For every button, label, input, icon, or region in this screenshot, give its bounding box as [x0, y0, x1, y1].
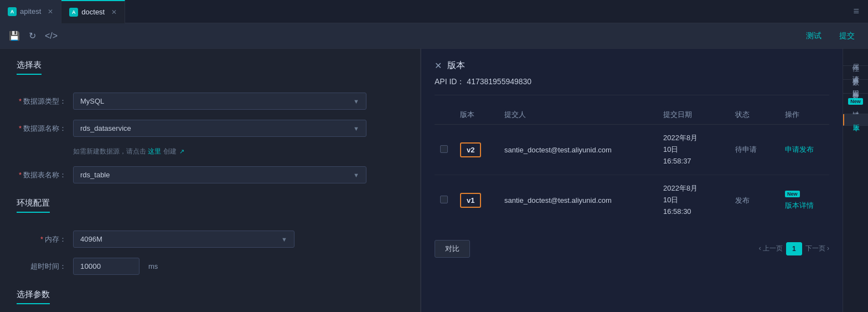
col-date: 提交日期 [658, 105, 730, 125]
env-config-title: 环境配置 [17, 198, 50, 213]
table-name-label: *数据表名称： [17, 170, 66, 180]
select-table-title: 选择表 [17, 60, 42, 75]
datasource-type-chevron: ▼ [353, 98, 359, 105]
sidebar-filter-new-badge: New [848, 98, 863, 105]
sidebar-item-properties[interactable]: 属性 [843, 54, 868, 66]
row2-action[interactable]: 版本详情 [785, 201, 814, 211]
memory-value: 4096M [80, 235, 102, 243]
datasource-name-label: *数据源名称： [17, 124, 66, 134]
version-api-id: API ID： 417381955949830 [435, 77, 829, 95]
version-header: ✕ 版本 [435, 60, 829, 71]
memory-select[interactable]: 4096M ▼ [73, 231, 294, 248]
timeout-input[interactable] [73, 258, 140, 275]
version-table: 版本 提交人 提交日期 状态 操作 v2 santie_doctest@test… [435, 105, 829, 226]
table-name-row: *数据表名称： rds_table ▼ [17, 166, 404, 183]
compare-button[interactable]: 对比 [435, 240, 470, 258]
sidebar-item-request-params[interactable]: 请求参数 [843, 66, 868, 80]
sidebar-filter-label: 过滤器 [851, 106, 860, 109]
sidebar-item-version[interactable]: 版本 [843, 114, 868, 126]
sidebar-item-return-params[interactable]: 返回参数 [843, 80, 868, 94]
tab-apitest[interactable]: A apitest ✕ [0, 0, 61, 23]
required-mark3: * [19, 171, 22, 179]
version-footer: 对比 ‹ 上一页 1 下一页 › [435, 233, 829, 258]
code-icon[interactable]: </> [45, 31, 58, 41]
col-checkbox [435, 105, 454, 125]
col-action: 操作 [779, 105, 829, 125]
datasource-type-value: MySQL [80, 97, 104, 105]
row1-submitter: santie_doctest@test.aliyunid.com [499, 125, 658, 175]
test-button[interactable]: 测试 [802, 31, 826, 41]
tab-doctest[interactable]: A doctest ✕ [61, 0, 125, 23]
datasource-name-chevron: ▼ [353, 125, 359, 132]
required-mark4: * [40, 235, 43, 243]
main-layout: 选择表 *数据源类型： MySQL ▼ *数据源名称： rds_dataserv… [0, 49, 868, 312]
sidebar-return-params-label: 返回参数 [851, 84, 860, 89]
next-page-btn[interactable]: 下一页 › [805, 244, 829, 253]
row2-version: v1 [460, 193, 481, 208]
version-panel: ✕ 版本 API ID： 417381955949830 版本 提交人 提交日期… [421, 49, 843, 312]
table-name-chevron: ▼ [353, 172, 359, 178]
left-panel: 选择表 *数据源类型： MySQL ▼ *数据源名称： rds_dataserv… [0, 49, 421, 312]
submit-button[interactable]: 提交 [835, 31, 859, 41]
table-name-select[interactable]: rds_table ▼ [73, 166, 366, 183]
memory-label: *内存： [17, 234, 66, 244]
col-status: 状态 [730, 105, 779, 125]
row2-status: 发布 [735, 196, 750, 204]
datasource-name-select[interactable]: rds_dataservice ▼ [73, 120, 366, 137]
col-submitter: 提交人 [499, 105, 658, 125]
datasource-type-row: *数据源类型： MySQL ▼ [17, 93, 404, 110]
timeout-unit: ms [148, 262, 158, 270]
select-params-title: 选择参数 [17, 289, 50, 304]
required-mark: * [19, 97, 22, 105]
tab-apitest-icon: A [8, 7, 17, 16]
datasource-hint: 如需新建数据源，请点击 这里 创建 ↗ [73, 147, 404, 156]
prev-page-btn[interactable]: ‹ 上一页 [759, 244, 783, 253]
sidebar-version-label: 版本 [851, 119, 861, 121]
tab-bar: A apitest ✕ A doctest ✕ ≡ [0, 0, 868, 23]
version-api-id-value: 417381955949830 [467, 77, 531, 86]
tab-apitest-close[interactable]: ✕ [48, 8, 53, 16]
row2-checkbox[interactable] [440, 196, 448, 203]
tab-doctest-close[interactable]: ✕ [111, 8, 117, 16]
datasource-type-label: *数据源类型： [17, 96, 66, 106]
row1-action[interactable]: 申请发布 [785, 145, 814, 154]
required-mark2: * [19, 124, 22, 132]
table-name-value: rds_table [80, 171, 110, 179]
row2-submitter: santie_doctest@test.aliyunid.com [499, 175, 658, 226]
tab-doctest-label: doctest [81, 8, 105, 16]
pagination: ‹ 上一页 1 下一页 › [759, 242, 829, 255]
timeout-label: 超时时间： [17, 262, 66, 272]
page-1-btn[interactable]: 1 [786, 242, 802, 255]
row2-date: 2022年8月10日16:58:30 [658, 175, 730, 226]
refresh-icon[interactable]: ↻ [29, 30, 36, 41]
datasource-name-value: rds_dataservice [80, 124, 131, 132]
tab-apitest-label: apitest [20, 7, 41, 16]
row1-checkbox[interactable] [440, 145, 448, 153]
tab-doctest-icon: A [69, 8, 78, 17]
tab-bar-menu[interactable]: ≡ [844, 6, 868, 17]
memory-chevron: ▼ [281, 236, 287, 243]
toolbar: 💾 ↻ </> 测试 提交 [0, 23, 868, 49]
memory-row: *内存： 4096M ▼ [17, 231, 404, 248]
table-row: v2 santie_doctest@test.aliyunid.com 2022… [435, 125, 829, 175]
version-close-icon[interactable]: ✕ [435, 60, 442, 71]
table-row: v1 santie_doctest@test.aliyunid.com 2022… [435, 175, 829, 226]
datasource-type-select[interactable]: MySQL ▼ [73, 93, 366, 110]
datasource-name-row: *数据源名称： rds_dataservice ▼ [17, 120, 404, 137]
datasource-hint-link[interactable]: 这里 [148, 147, 161, 155]
row1-status: 待申请 [735, 145, 757, 154]
sidebar-item-filter[interactable]: New 过滤器 [843, 94, 868, 114]
save-icon[interactable]: 💾 [9, 30, 20, 41]
version-title: 版本 [447, 60, 465, 71]
timeout-row: 超时时间： ms [17, 258, 404, 275]
sidebar-properties-label: 属性 [851, 59, 860, 61]
col-version: 版本 [454, 105, 499, 125]
row2-new-badge: New [785, 191, 800, 197]
right-sidebar: 属性 请求参数 返回参数 New 过滤器 版本 [843, 49, 868, 312]
sidebar-request-params-label: 请求参数 [851, 70, 860, 75]
row1-date: 2022年8月10日16:58:37 [658, 125, 730, 175]
row1-version: v2 [460, 142, 481, 157]
